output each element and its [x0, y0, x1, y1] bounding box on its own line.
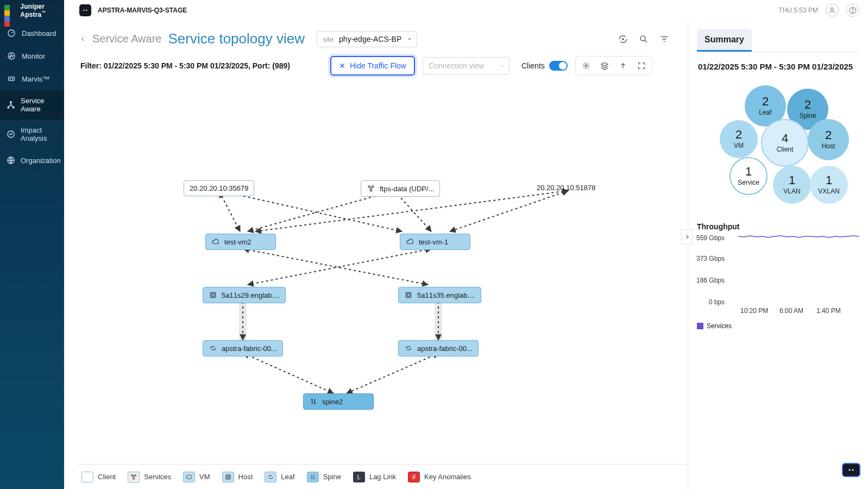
node-label: 5a11s29.englab.... — [222, 291, 280, 299]
marvis-assistant-button[interactable] — [842, 463, 860, 477]
fullscreen-button[interactable] — [634, 59, 649, 73]
svg-rect-24 — [406, 292, 411, 297]
ytick: 559 Gbps — [687, 234, 725, 242]
sidebar-item-marvis[interactable]: Marvis™ — [0, 67, 64, 90]
connection-view-placeholder: Connection view — [429, 61, 485, 70]
filter-button[interactable] — [657, 32, 671, 46]
brand-name: Juniper Apstra™ — [20, 3, 60, 18]
throughput-sparkline — [738, 233, 859, 240]
search-button[interactable] — [637, 32, 651, 46]
links-layer — [80, 91, 682, 456]
ytick: 0 bps — [687, 298, 725, 306]
svg-rect-25 — [407, 294, 410, 297]
svg-point-21 — [370, 190, 372, 192]
summary-tabs: Summary — [697, 29, 859, 52]
node-vm-2[interactable]: test-vm-1 — [400, 234, 470, 250]
ytick: 186 Gbps — [687, 277, 725, 284]
svg-rect-29 — [226, 475, 230, 479]
sidebar-item-service-aware[interactable]: Service Aware — [0, 90, 64, 120]
node-host-1[interactable]: 5a11s29.englab.... — [203, 287, 286, 303]
clients-toggle[interactable] — [549, 61, 568, 71]
spine-icon — [307, 472, 319, 482]
node-label: test-vm-1 — [419, 238, 448, 246]
xtick: 10:20 PM — [740, 307, 768, 315]
caret-down-icon — [407, 36, 412, 42]
gauge-icon — [7, 28, 16, 38]
legend-services: Services — [128, 472, 171, 482]
xtick: 6:00 AM — [779, 307, 803, 315]
sidebar-item-label: Impact Analysis — [21, 126, 58, 142]
node-spine[interactable]: spine2 — [303, 393, 374, 410]
bubble-host[interactable]: 2Host — [808, 119, 849, 160]
back-button[interactable] — [80, 35, 86, 43]
hide-traffic-button[interactable]: Hide Traffic Flow — [330, 56, 415, 76]
site-select-value: phy-edge-ACS-BP — [339, 35, 401, 43]
hide-traffic-label: Hide Traffic Flow — [350, 61, 406, 70]
upload-button[interactable] — [616, 59, 630, 73]
site-select[interactable]: site phy-edge-ACS-BP — [317, 31, 417, 47]
bubble-vlan[interactable]: 1VLAN — [773, 166, 811, 204]
sidebar-item-organization[interactable]: Organization — [0, 149, 64, 172]
node-leaf-1[interactable]: apstra-fabric-00... — [203, 340, 283, 356]
layers-button[interactable] — [597, 59, 612, 73]
node-label: apstra-fabric-00... — [417, 344, 473, 353]
bubble-service[interactable]: 1Service — [729, 157, 768, 195]
node-client-1[interactable]: 20.20.20.10:35679 — [184, 180, 254, 196]
svg-rect-9 — [81, 8, 89, 12]
bubble-client[interactable]: 4Client — [761, 119, 809, 167]
page-title: Service topology view — [168, 30, 304, 47]
svg-rect-23 — [212, 294, 215, 297]
vm-icon — [183, 472, 195, 482]
svg-point-4 — [10, 102, 12, 103]
node-client-2[interactable]: 20.20.20.10:51878 — [537, 180, 595, 195]
site-select-label: site — [323, 35, 334, 43]
bubble-vxlan[interactable]: 1VXLAN — [810, 166, 848, 204]
legend-vm: VM — [183, 472, 210, 482]
node-host-2[interactable]: 5a11s35.englab.... — [398, 287, 481, 303]
filter-row: Filter: 01/22/2025 5:30 PM - 5:30 PM 01/… — [64, 47, 688, 76]
cloud-vm-icon — [211, 237, 220, 246]
legend-anomalies: #Key Anomalies — [408, 472, 471, 482]
node-vm-1[interactable]: test-vm2 — [205, 234, 276, 250]
leaf-switch-icon — [209, 344, 217, 353]
host-icon — [209, 291, 217, 299]
topology-canvas[interactable]: 20.20.20.10:35679 ftps-data (UDP/... 20.… — [80, 91, 682, 456]
bubble-vm[interactable]: 2VM — [720, 120, 758, 158]
tab-summary[interactable]: Summary — [697, 29, 752, 52]
title-actions — [616, 32, 671, 46]
help-icon[interactable] — [846, 4, 859, 17]
node-label: 20.20.20.10:35679 — [190, 184, 248, 192]
breadcrumb-parent[interactable]: Service Aware — [92, 33, 161, 45]
chevron-down-icon — [499, 63, 505, 68]
view-tool-cluster — [575, 56, 652, 76]
sidebar-item-label: Marvis™ — [22, 75, 49, 83]
refresh-button[interactable] — [616, 32, 630, 46]
host-icon — [404, 291, 413, 299]
activity-icon — [7, 51, 16, 61]
close-icon — [339, 62, 345, 69]
spine-switch-icon — [309, 397, 318, 406]
node-leaf-2[interactable]: apstra-fabric-00... — [398, 340, 479, 356]
ytick: 373 Gbps — [687, 255, 725, 262]
svg-point-5 — [8, 106, 9, 108]
sidebar-item-monitor[interactable]: Monitor — [0, 45, 64, 67]
clients-toggle-group: Clients — [521, 61, 568, 71]
sidebar-item-impact-analysis[interactable]: Impact Analysis — [0, 120, 64, 149]
title-row: Service Aware Service topology view site… — [64, 21, 688, 47]
legend-leaf: Leaf — [265, 472, 294, 482]
user-icon[interactable] — [826, 4, 839, 17]
sidebar-item-label: Dashboard — [22, 29, 56, 37]
node-service[interactable]: ftps-data (UDP/... — [361, 180, 440, 197]
svg-point-28 — [133, 478, 135, 479]
legend-client: Client — [81, 472, 116, 482]
node-label: test-vm2 — [224, 238, 251, 246]
center-focus-button[interactable] — [579, 59, 593, 73]
services-icon — [128, 472, 140, 482]
canvas-wrap: Service Aware Service topology view site… — [64, 21, 688, 489]
node-label: 20.20.20.10:51878 — [537, 184, 595, 192]
svg-point-17 — [585, 65, 587, 67]
connection-view-select[interactable]: Connection view — [423, 57, 510, 74]
cloud-vm-icon — [406, 237, 414, 246]
env-badge-icon — [79, 4, 91, 16]
divider — [697, 52, 859, 52]
